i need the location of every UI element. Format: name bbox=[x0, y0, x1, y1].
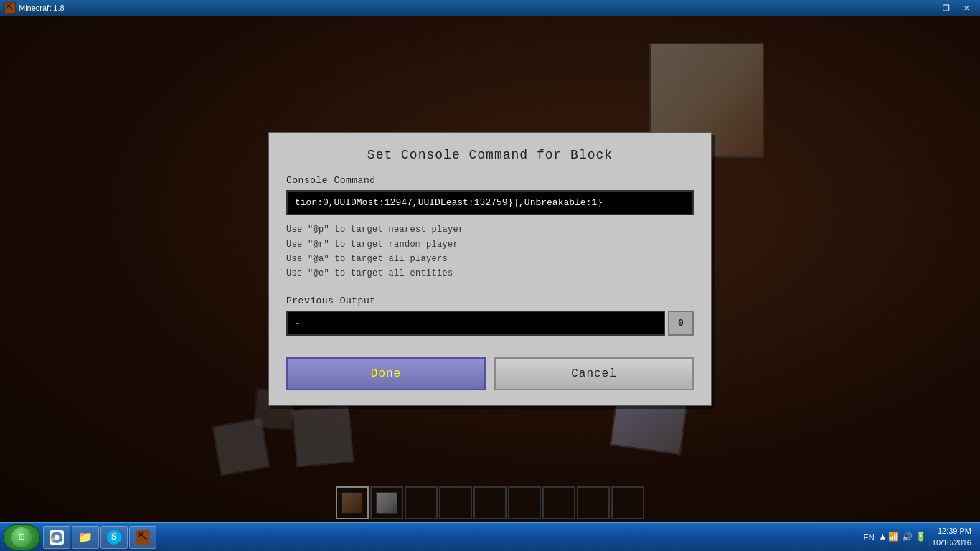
clock-time: 12:39 PM bbox=[932, 526, 971, 537]
skype-icon: S bbox=[107, 530, 121, 545]
cancel-button[interactable]: Cancel bbox=[494, 357, 694, 390]
taskbar-sys-icons: ▲ 📶 🔊 🔋 bbox=[880, 532, 926, 542]
maximize-button[interactable] bbox=[937, 1, 956, 14]
prev-output-row: 0 bbox=[286, 311, 694, 336]
taskbar-item-explorer[interactable]: 📁 bbox=[72, 526, 99, 549]
hint-r: Use "@r" to target random player bbox=[286, 237, 694, 252]
minecraft-icon: ⛏ bbox=[136, 530, 150, 545]
taskbar-lang: EN bbox=[863, 533, 874, 542]
output-num-button[interactable]: 0 bbox=[668, 311, 694, 336]
done-button[interactable]: Done bbox=[286, 357, 486, 390]
taskbar-item-chrome[interactable] bbox=[43, 526, 70, 549]
command-input[interactable] bbox=[286, 190, 694, 215]
start-orb: ⊞ bbox=[11, 527, 32, 547]
clock-date: 10/10/2016 bbox=[932, 537, 971, 548]
volume-icon: 🔊 bbox=[902, 532, 913, 542]
taskbar-clock: 12:39 PM 10/10/2016 bbox=[932, 526, 971, 548]
arrow-up-icon: ▲ bbox=[880, 532, 885, 542]
dialog-buttons: Done Cancel bbox=[286, 357, 694, 390]
svg-point-1 bbox=[55, 534, 60, 540]
hint-p: Use "@p" to target nearest player bbox=[286, 222, 694, 237]
close-button[interactable] bbox=[957, 1, 976, 14]
taskbar: ⊞ 📁 S bbox=[0, 522, 980, 551]
dialog-overlay: Set Console Command for Block Console Co… bbox=[0, 16, 980, 522]
title-bar: ⛏ Minecraft 1.8 bbox=[0, 0, 980, 16]
title-bar-icon: ⛏ bbox=[4, 2, 16, 14]
chrome-icon bbox=[50, 530, 64, 545]
battery-icon: 🔋 bbox=[915, 532, 926, 542]
folder-icon: 📁 bbox=[78, 530, 93, 545]
taskbar-items: 📁 S ⛏ bbox=[43, 526, 857, 549]
hint-e: Use "@e" to target all entities bbox=[286, 266, 694, 281]
prev-output-input[interactable] bbox=[286, 311, 665, 336]
title-bar-buttons bbox=[917, 1, 976, 14]
dialog-title: Set Console Command for Block bbox=[286, 148, 694, 162]
console-command-label: Console Command bbox=[286, 175, 694, 186]
hints-section: Use "@p" to target nearest player Use "@… bbox=[286, 222, 694, 281]
taskbar-right: EN ▲ 📶 🔊 🔋 12:39 PM 10/10/2016 bbox=[857, 526, 977, 548]
start-button[interactable]: ⊞ bbox=[3, 524, 40, 550]
window-title: Minecraft 1.8 bbox=[19, 4, 65, 12]
taskbar-item-skype[interactable]: S bbox=[100, 526, 128, 549]
title-bar-left: ⛏ Minecraft 1.8 bbox=[4, 2, 65, 14]
minimize-button[interactable] bbox=[917, 1, 936, 14]
taskbar-item-minecraft[interactable]: ⛏ bbox=[129, 526, 156, 549]
command-block-dialog: Set Console Command for Block Console Co… bbox=[268, 132, 712, 406]
signal-icon: 📶 bbox=[888, 532, 899, 542]
hint-a: Use "@a" to target all players bbox=[286, 252, 694, 266]
prev-output-label: Previous Output bbox=[286, 296, 694, 306]
